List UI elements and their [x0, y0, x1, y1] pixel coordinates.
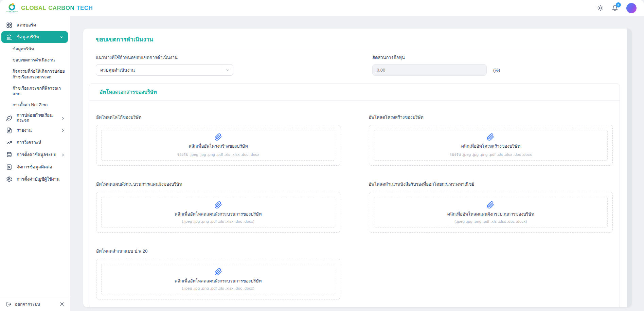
brand-logo-icon: GLOBAL CARBON Corporation	[6, 3, 18, 14]
upload-zone-process-diagram: อัพโหลดแผนผังกระบวนการ/แผนผังของบริษัท ค…	[96, 181, 340, 233]
dashboard-grid-icon	[6, 22, 12, 28]
logout-icon	[6, 301, 12, 307]
company-logo-dropzone[interactable]: คลิกเพื่ออัพโครงสร้างของบริษัท รองรับ .j…	[96, 125, 340, 166]
chevron-right-icon	[61, 128, 65, 133]
sidebar-subitem-ghg-separated[interactable]: ก๊าซเรือนกระจกที่พิจารณาแยก	[0, 83, 70, 100]
select-value: ควบคุมดำเนินงาน	[100, 67, 222, 74]
paperclip-icon	[487, 201, 495, 209]
operation-scope-card: ขอบเขตการดำเนินงาน แนวทางที่ใช้กำหนดขอบเ…	[83, 29, 632, 307]
share-ratio-label: สัดส่วนการถือหุ่น	[372, 54, 614, 61]
company-structure-dropzone[interactable]: คลิกเพื่ออัพโครงสร้างของบริษัท รองรับ .j…	[369, 125, 613, 166]
upload-zone-company-structure: อัพโหลดโครงสร้างของบริษัท คลิกเพื่ออัพโค…	[369, 114, 613, 166]
database-icon	[6, 152, 12, 158]
approach-label: แนวทางที่ใช้กำหนดขอบเขตการดำเนินงาน	[96, 54, 372, 61]
user-avatar[interactable]	[626, 3, 637, 13]
porpor20-dropzone[interactable]: คลิกเพื่ออัพโหลดแผนผังกระบวนการของบริษัท…	[96, 259, 340, 299]
chevron-down-icon	[59, 35, 64, 39]
document-icon	[6, 127, 12, 133]
sidebar-subitem-ghg-activities[interactable]: กิจกรรมที่ก่อให้เกิดการปล่อยก๊าซเรือนกระ…	[0, 66, 70, 83]
card-header: ขอบเขตการดำเนินงาน	[83, 29, 627, 49]
sidebar-item-user-account-settings[interactable]: การตั้งค่าบัญชีผู้ใช้งาน	[0, 173, 70, 185]
scope-approach-select[interactable]: ควบคุมดำเนินงาน	[96, 64, 233, 76]
sidebar-item-ghg-emissions[interactable]: การปล่อยก๊าซเรือนกระจก	[0, 112, 70, 124]
chevron-right-icon	[61, 116, 65, 121]
upload-card-title: อัพโหลดเอกสารของบริษัท	[100, 88, 609, 96]
paperclip-icon	[487, 133, 495, 141]
sidebar-item-dashboard[interactable]: แดชบอร์ด	[0, 19, 70, 31]
app-header: GLOBAL CARBON Corporation GLOBAL CARBON …	[0, 0, 644, 16]
sidebar-item-system-settings[interactable]: การตั้งค่าข้อมูลระบบ	[0, 149, 70, 161]
sidebar: แดชบอร์ด ข้อมูลบริษัท ข้อมูลบริษัท ขอบเข…	[0, 16, 70, 311]
notification-count-badge: 3	[616, 2, 621, 7]
share-ratio-input[interactable]	[372, 64, 487, 76]
upload-zone-porpor20-copy: อัพโหลดสำเนาแบบ ป.พ.20 คลิกเพื่ออัพโหลดแ…	[96, 248, 340, 299]
percent-unit-label: (%)	[493, 68, 500, 73]
trending-up-icon	[6, 140, 12, 146]
brand-caption: GLOBAL CARBON Corporation	[6, 11, 18, 14]
bank-icon	[6, 34, 12, 40]
brand-logo[interactable]: GLOBAL CARBON Corporation GLOBAL CARBON …	[0, 3, 93, 14]
company-documents-upload-card: อัพโหลดเอกสารของบริษัท อัพโหลดโลโก้ของบร…	[89, 83, 620, 307]
sidebar-subitem-operation-scope[interactable]: ขอบเขตการดำเนินงาน	[0, 55, 70, 66]
paperclip-icon	[214, 268, 222, 276]
upload-card-header: อัพโหลดเอกสารของบริษัท	[89, 84, 620, 101]
sidebar-item-company-info[interactable]: ข้อมูลบริษัท	[1, 31, 68, 43]
logout-button[interactable]: ออกจากระบบ	[0, 297, 70, 311]
sidebar-item-reports[interactable]: รายงาน	[0, 124, 70, 136]
process-diagram-dropzone[interactable]: คลิกเพื่ออัพโหลดแผนผังกระบวนการของบริษัท…	[96, 192, 340, 233]
sidebar-item-analytics[interactable]: การวิเคราะห์	[0, 136, 70, 149]
main-content: ขอบเขตการดำเนินงาน แนวทางที่ใช้กำหนดขอบเ…	[70, 16, 644, 311]
leaf-icon	[6, 115, 12, 121]
upload-zone-commerce-certificate: อัพโหลดสำเนาหนังสือรับรองที่ออกโดยกระทรว…	[369, 181, 613, 233]
paperclip-icon	[214, 201, 222, 209]
page-title: ขอบเขตการดำเนินงาน	[96, 35, 614, 44]
brand-title: GLOBAL CARBON TECH	[21, 5, 93, 12]
main-scrollbar[interactable]	[627, 29, 632, 307]
chevron-right-icon	[61, 153, 65, 157]
contact-card-icon	[6, 164, 12, 170]
sidebar-subitem-net-zero-settings[interactable]: การตั้งค่า Net Zero	[0, 99, 70, 111]
upload-zone-company-logo: อัพโหลดโลโก้ของบริษัท คลิกเพื่ออัพโครงสร…	[96, 114, 340, 166]
gear-icon	[6, 176, 12, 182]
company-info-submenu: ข้อมูลบริษัท ขอบเขตการดำเนินงาน กิจกรรมท…	[0, 43, 70, 112]
paperclip-icon	[214, 133, 222, 141]
theme-sun-icon[interactable]	[59, 301, 65, 307]
theme-sun-icon[interactable]	[597, 5, 604, 11]
commerce-certificate-dropzone[interactable]: คลิกเพื่ออัพโหลดแผนผังกระบวนการของบริษัท…	[369, 192, 613, 233]
sidebar-item-contact-management[interactable]: จัดการข้อมูลติดต่อ	[0, 161, 70, 173]
sidebar-subitem-company-info[interactable]: ข้อมูลบริษัท	[0, 43, 70, 55]
chevron-down-icon	[222, 68, 233, 72]
notifications-bell-icon[interactable]: 3	[612, 5, 618, 11]
